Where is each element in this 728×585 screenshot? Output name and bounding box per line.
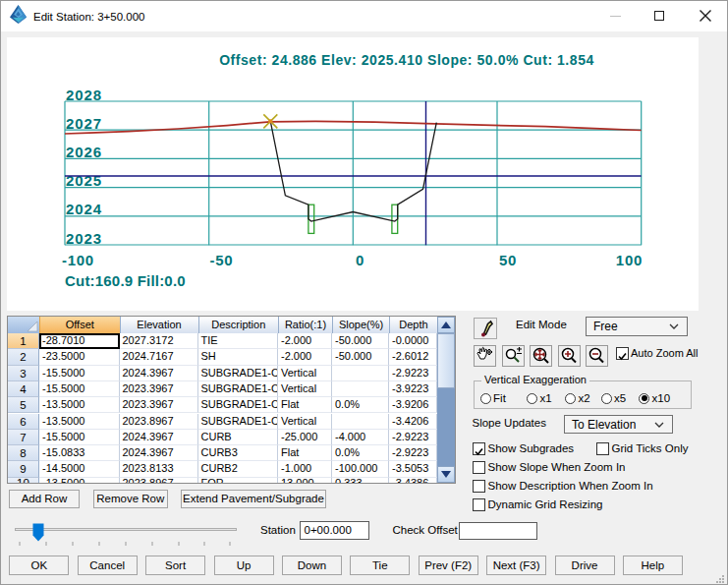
svg-text:-100: -100 (62, 252, 94, 268)
svg-text:2027: 2027 (66, 115, 102, 132)
svg-text:100: 100 (616, 252, 643, 268)
svg-text:2025: 2025 (66, 172, 102, 189)
svg-text:2026: 2026 (66, 144, 102, 160)
svg-text:2024: 2024 (66, 201, 102, 217)
svg-text:Cut:160.9 Fill:0.0: Cut:160.9 Fill:0.0 (65, 272, 186, 289)
svg-text:50: 50 (499, 252, 517, 268)
svg-text:0: 0 (356, 252, 364, 268)
svg-text:2023: 2023 (66, 230, 102, 247)
svg-text:Offset: 24.886 Elev: 2025.410: Offset: 24.886 Elev: 2025.410 Slope: 50.… (219, 52, 594, 68)
svg-text:-50: -50 (210, 252, 234, 268)
svg-text:2028: 2028 (66, 87, 102, 103)
